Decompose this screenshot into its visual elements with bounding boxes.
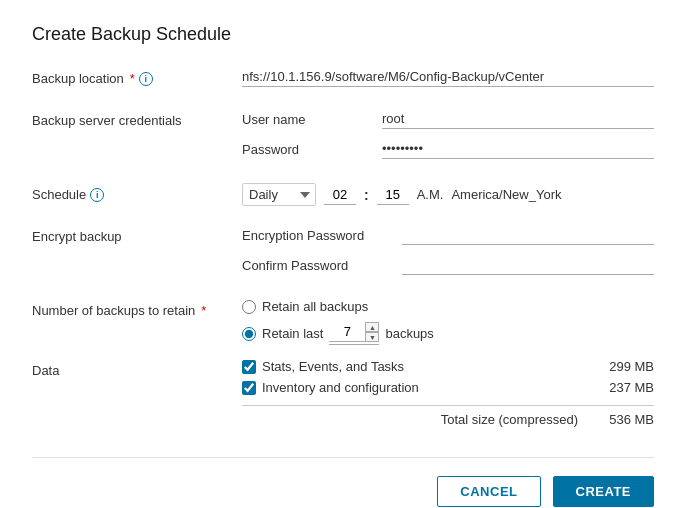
encrypt-backup-label: Encrypt backup xyxy=(32,225,242,244)
total-size: 536 MB xyxy=(594,412,654,427)
retain-all-option: Retain all backups xyxy=(242,299,654,314)
number-of-backups-label: Number of backups to retain * xyxy=(32,299,242,318)
encrypt-backup-row: Encrypt backup Encryption Password Confi… xyxy=(32,225,654,285)
total-row: Total size (compressed) 536 MB xyxy=(242,405,654,427)
retain-increment-button[interactable]: ▲ xyxy=(365,322,379,332)
form-body: Backup location * i Backup server creden… xyxy=(32,67,654,441)
data-content: Stats, Events, and Tasks 299 MB Inventor… xyxy=(242,359,654,427)
inventory-label: Inventory and configuration xyxy=(262,380,419,395)
retain-last-option: Retain last ▲ ▼ backups xyxy=(242,322,654,345)
backup-location-input[interactable] xyxy=(242,67,654,87)
retain-number-input[interactable] xyxy=(329,322,365,342)
schedule-ampm: A.M. xyxy=(417,187,444,202)
cancel-button[interactable]: CANCEL xyxy=(437,476,540,507)
encryption-password-label: Encryption Password xyxy=(242,228,402,243)
inventory-size: 237 MB xyxy=(594,380,654,395)
stats-size: 299 MB xyxy=(594,359,654,374)
backup-location-info-icon[interactable]: i xyxy=(139,72,153,86)
dialog-footer: CANCEL CREATE xyxy=(32,457,654,507)
backup-location-row: Backup location * i xyxy=(32,67,654,95)
schedule-hour-input[interactable] xyxy=(324,185,356,205)
inventory-checkbox[interactable] xyxy=(242,381,256,395)
credentials-content: User name Password xyxy=(242,109,654,169)
retain-number-control: ▲ ▼ xyxy=(329,322,379,345)
inventory-data-row: Inventory and configuration 237 MB xyxy=(242,380,654,395)
retain-radio-group: Retain all backups Retain last ▲ ▼ bac xyxy=(242,299,654,345)
schedule-timezone: America/New_York xyxy=(451,187,561,202)
inventory-checkbox-row: Inventory and configuration 237 MB xyxy=(242,380,654,395)
retain-all-label: Retain all backups xyxy=(262,299,368,314)
backup-location-content xyxy=(242,67,654,87)
schedule-info-icon[interactable]: i xyxy=(90,188,104,202)
encryption-password-input[interactable] xyxy=(402,225,654,245)
total-label: Total size (compressed) xyxy=(441,412,578,427)
confirm-password-label: Confirm Password xyxy=(242,258,402,273)
schedule-frequency-select[interactable]: Daily Weekly Monthly xyxy=(242,183,316,206)
number-of-backups-row: Number of backups to retain * Retain all… xyxy=(32,299,654,345)
data-label: Data xyxy=(32,359,242,378)
username-input[interactable] xyxy=(382,109,654,129)
password-label: Password xyxy=(242,142,382,157)
retain-all-radio[interactable] xyxy=(242,300,256,314)
username-label: User name xyxy=(242,112,382,127)
retain-last-radio[interactable] xyxy=(242,327,256,341)
inventory-data-label: Inventory and configuration xyxy=(242,380,419,395)
dialog-title: Create Backup Schedule xyxy=(32,24,654,45)
password-row: Password xyxy=(242,139,654,159)
create-button[interactable]: CREATE xyxy=(553,476,654,507)
stats-label: Stats, Events, and Tasks xyxy=(262,359,404,374)
stats-data-label: Stats, Events, and Tasks xyxy=(242,359,404,374)
required-indicator-2: * xyxy=(201,303,206,318)
create-backup-schedule-dialog: Create Backup Schedule Backup location *… xyxy=(0,0,686,508)
backup-server-credentials-label: Backup server credentials xyxy=(32,109,242,128)
required-indicator: * xyxy=(130,71,135,86)
retain-content: Retain all backups Retain last ▲ ▼ bac xyxy=(242,299,654,345)
schedule-label: Schedule i xyxy=(32,183,242,202)
password-input-wrap xyxy=(382,139,654,159)
retain-decrement-button[interactable]: ▼ xyxy=(365,332,379,342)
username-input-wrap xyxy=(382,109,654,129)
encryption-password-row: Encryption Password xyxy=(242,225,654,245)
username-row: User name xyxy=(242,109,654,129)
backup-server-credentials-row: Backup server credentials User name Pass… xyxy=(32,109,654,169)
stats-data-row: Stats, Events, and Tasks 299 MB xyxy=(242,359,654,374)
password-input[interactable] xyxy=(382,139,654,159)
schedule-controls: Daily Weekly Monthly : A.M. America/New_… xyxy=(242,183,654,206)
stats-checkbox[interactable] xyxy=(242,360,256,374)
schedule-row: Schedule i Daily Weekly Monthly : A.M. A… xyxy=(32,183,654,211)
schedule-content: Daily Weekly Monthly : A.M. America/New_… xyxy=(242,183,654,206)
schedule-minute-input[interactable] xyxy=(377,185,409,205)
backup-location-label: Backup location * i xyxy=(32,67,242,86)
data-row: Data Stats, Events, and Tasks 299 MB xyxy=(32,359,654,427)
stats-checkbox-row: Stats, Events, and Tasks 299 MB xyxy=(242,359,654,374)
time-separator: : xyxy=(364,187,369,203)
retain-stepper: ▲ ▼ xyxy=(365,322,379,342)
retain-last-suffix: backups xyxy=(385,326,433,341)
confirm-password-row: Confirm Password xyxy=(242,255,654,275)
retain-last-label: Retain last xyxy=(262,326,323,341)
confirm-password-input[interactable] xyxy=(402,255,654,275)
encrypt-content: Encryption Password Confirm Password xyxy=(242,225,654,285)
